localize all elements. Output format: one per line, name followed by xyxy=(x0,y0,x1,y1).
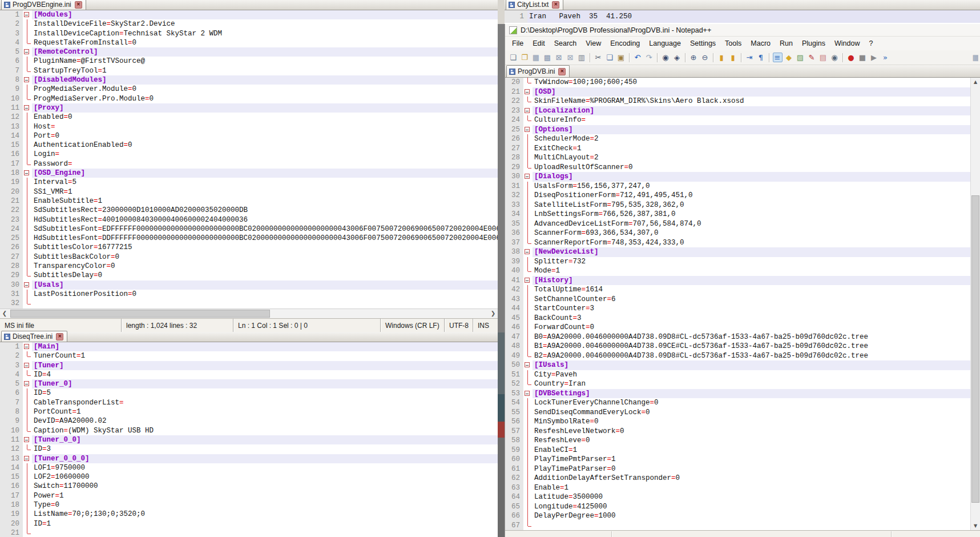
code-line[interactable]: 6ID=5 xyxy=(0,388,498,398)
code-line[interactable]: 31LastPositionerPosition=0 xyxy=(0,290,498,299)
code-line[interactable]: 38[NewDeviceList] xyxy=(505,247,980,257)
code-line[interactable]: 63Enable=1 xyxy=(505,483,980,493)
scroll-up-arrow[interactable]: ▲ xyxy=(971,78,980,86)
code-line[interactable]: 3InstallDeviceCaption=Technisat SkyStar … xyxy=(0,29,498,38)
code-line[interactable]: 22SdSubtitlesRect=23000000D1010000AD0200… xyxy=(0,206,498,215)
scroll-right-arrow[interactable]: ❯ xyxy=(489,309,498,318)
scroll-left-arrow[interactable]: ❮ xyxy=(0,309,9,318)
v-scroll-thumb[interactable] xyxy=(971,195,979,503)
edit-pen-icon[interactable]: ✎ xyxy=(807,53,817,62)
code-line[interactable]: 15AuthenticationEnabled=0 xyxy=(0,141,498,150)
fold-toggle-icon[interactable] xyxy=(23,342,32,351)
code-line[interactable]: 45BackCount=3 xyxy=(505,314,980,323)
code-line[interactable]: 26SubtitlesColor=16777215 xyxy=(0,243,498,252)
code-line[interactable]: 5[Tuner_0] xyxy=(0,379,498,388)
code-line[interactable]: 25[Options] xyxy=(505,125,980,135)
code-line[interactable]: 53[DVBSettings] xyxy=(505,389,980,399)
code-line[interactable]: 26SchedulerMode=2 xyxy=(505,134,980,144)
paste-icon[interactable]: ▣ xyxy=(616,53,626,62)
code-line[interactable]: 10Caption=(WDM) SkyStar USB HD xyxy=(0,426,498,435)
menu-item-language[interactable]: Language xyxy=(644,38,685,49)
code-line[interactable]: 24SdSubtitlesFont=EDFFFFFF00000000000000… xyxy=(0,225,498,234)
show-all-chars-icon[interactable]: ¶ xyxy=(756,53,766,62)
fold-toggle-icon[interactable] xyxy=(523,87,533,97)
line-numbers-icon[interactable]: ≡ xyxy=(773,53,783,62)
code-line[interactable]: 30[Dialogs] xyxy=(505,172,980,182)
code-line[interactable]: 18[OSD_Engine] xyxy=(0,169,498,178)
code-line[interactable]: 52Country=Iran xyxy=(505,379,980,389)
code-line[interactable]: 41[History] xyxy=(505,276,980,286)
close-tab-icon[interactable]: ✕ xyxy=(558,68,566,75)
fold-toggle-icon[interactable] xyxy=(523,276,533,286)
zoom-out-icon[interactable]: ⊖ xyxy=(700,53,710,62)
fold-toggle-icon[interactable] xyxy=(23,454,32,463)
tab-progdvb-ini[interactable]: ProgDVB.ini ✕ xyxy=(506,65,570,77)
code-line[interactable]: 9DevID=A9A20000.02 xyxy=(0,416,498,426)
code-line[interactable]: 13Host= xyxy=(0,122,498,131)
copy-icon[interactable]: ❏ xyxy=(605,53,615,62)
clipped-toolbar-icon[interactable]: ▦ xyxy=(973,53,978,62)
code-line[interactable]: 22SkinFileName=%PROGRAM_DIR%\Skins\Aero … xyxy=(505,97,980,106)
code-line[interactable]: 32 xyxy=(0,299,498,308)
fold-toggle-icon[interactable] xyxy=(23,103,32,113)
editor-progdvb[interactable]: 20TvWindow=100;100;600;45021[OSD]22SkinF… xyxy=(505,78,980,530)
code-line[interactable]: 12ID=3 xyxy=(0,444,498,454)
code-line[interactable]: 25HdSubtitlesFont=DDFFFFFF00000000000000… xyxy=(0,234,498,243)
code-line[interactable]: 21[OSD] xyxy=(505,87,980,97)
code-line[interactable]: 36ScannerForm=693,366,534,307,0 xyxy=(505,229,980,238)
code-line[interactable]: 12Enabled=0 xyxy=(0,113,498,122)
code-line[interactable]: 11[Proxy] xyxy=(0,103,498,113)
code-line[interactable]: 16Login= xyxy=(0,150,498,159)
new-file-icon[interactable]: ❏ xyxy=(509,53,518,62)
fold-toggle-icon[interactable] xyxy=(23,75,32,85)
code-line[interactable]: 23[Localization] xyxy=(505,106,980,116)
menu-item-run[interactable]: Run xyxy=(775,38,797,49)
code-line[interactable]: 51City=Paveh xyxy=(505,370,980,380)
macro-play-icon[interactable]: ▶ xyxy=(869,53,879,62)
code-line[interactable]: 9ProgMediaServer.Module=0 xyxy=(0,85,498,94)
find-icon[interactable]: ◉ xyxy=(661,53,671,62)
editor-diseqtree[interactable]: 1[Main]2TunerCount=13[Tuner]4ID=45[Tuner… xyxy=(0,342,498,537)
code-line[interactable]: 1[Modules] xyxy=(0,10,498,19)
code-line[interactable]: 34LnbSettingsForm=766,526,387,381,0 xyxy=(505,210,980,219)
open-file-icon[interactable]: ❐ xyxy=(520,53,530,62)
code-line[interactable]: 48B1=A9A20000.0046000000A4D738.09CE#CL-d… xyxy=(505,342,980,351)
save-icon[interactable]: ▦ xyxy=(531,53,541,62)
title-bar[interactable]: D:\Desktop\ProgDVB Professional\ProgDVB.… xyxy=(505,24,980,37)
h-scrollbar-left-top[interactable]: ❮ ❯ xyxy=(0,308,498,318)
code-line[interactable]: 20ID=1 xyxy=(0,519,498,528)
menu-item-settings[interactable]: Settings xyxy=(685,38,720,49)
code-line[interactable]: 37ScannerReportForm=748,353,424,333,0 xyxy=(505,238,980,248)
code-line[interactable]: 21 xyxy=(0,528,498,537)
code-line[interactable]: 28TransparencyColor=0 xyxy=(0,262,498,271)
code-line[interactable]: 18Type=0 xyxy=(0,500,498,510)
code-line[interactable]: 62AdditionDelayAfterSetTransponder=0 xyxy=(505,474,980,483)
code-line[interactable]: 10ProgMediaServer.Pro.Module=0 xyxy=(0,94,498,103)
close-tab-icon[interactable]: ✕ xyxy=(552,1,559,9)
code-line[interactable]: 47B0=A9A20000.0046000000A4D738.09D8#CL-d… xyxy=(505,332,980,342)
undo-icon[interactable]: ↶ xyxy=(633,53,643,62)
menu-item-view[interactable]: View xyxy=(581,38,606,49)
editor-progdvbengine[interactable]: 1[Modules]2InstallDeviceFile=SkyStar2.De… xyxy=(0,10,498,308)
menu-item-help[interactable]: ? xyxy=(864,38,877,49)
fold-toggle-icon[interactable] xyxy=(23,280,32,290)
code-line[interactable]: 27SubtitlesBackColor=0 xyxy=(0,253,498,262)
code-line[interactable]: 35AdvancedDeviceListForm=707,56,584,874,… xyxy=(505,219,980,229)
macro-run-multiple-icon[interactable]: » xyxy=(881,53,890,62)
code-line[interactable]: 32DiseqPositionerForm=712,491,495,451,0 xyxy=(505,191,980,201)
close-doc-icon[interactable]: ⊠ xyxy=(554,53,564,62)
menu-item-plugins[interactable]: Plugins xyxy=(797,38,830,49)
replace-icon[interactable]: ◈ xyxy=(672,53,682,62)
code-line[interactable]: 64Latitude=3500000 xyxy=(505,492,980,502)
code-line[interactable]: 27ExitCheck=1 xyxy=(505,144,980,154)
code-line[interactable]: 67 xyxy=(505,521,980,531)
code-line[interactable]: 60PlayTimePmtParser=1 xyxy=(505,455,980,464)
eye-view-icon[interactable]: ◉ xyxy=(830,53,840,62)
code-line[interactable]: 31UsalsForm=156,156,377,247,0 xyxy=(505,182,980,191)
code-line[interactable]: 2InstallDeviceFile=SkyStar2.Device xyxy=(0,19,498,29)
sync-vertical-icon[interactable]: ▮ xyxy=(717,53,727,62)
code-line[interactable]: 61PlayTimePatParser=0 xyxy=(505,464,980,474)
close-tab-icon[interactable]: ✕ xyxy=(75,1,82,9)
function-list-icon[interactable]: ◆ xyxy=(784,53,794,62)
cut-icon[interactable]: ✂ xyxy=(594,53,603,62)
